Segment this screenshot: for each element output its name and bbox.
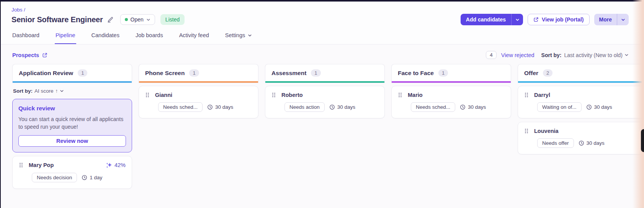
drag-handle-icon[interactable]	[19, 162, 23, 168]
column-sort-dropdown[interactable]: Sort by: AI score ↑	[12, 86, 132, 95]
candidate-status-badge[interactable]: Needs decision	[32, 173, 77, 182]
tab-candidates[interactable]: Candidates	[91, 30, 120, 44]
pipeline-column-count-badge: 1	[189, 69, 199, 77]
time-in-stage-value: 30 days	[337, 104, 355, 110]
view-job-portal-button[interactable]: View job (Portal)	[528, 14, 589, 25]
candidate-status-badge[interactable]: Needs sched...	[158, 102, 203, 112]
tab-settings[interactable]: Settings	[224, 30, 253, 44]
board-sort-dropdown[interactable]: Sort by: Last activity (New to old)	[541, 52, 629, 58]
pipeline-column-header[interactable]: Face to Face 1	[391, 64, 511, 83]
tab-activity-feed[interactable]: Activity feed	[178, 30, 210, 44]
time-in-stage-value: 30 days	[468, 104, 486, 110]
quick-review-body: You can start a quick review of all appl…	[18, 115, 126, 131]
candidate-name: Roberto	[281, 92, 303, 98]
chevron-down-icon	[60, 89, 64, 93]
candidate-card[interactable]: Roberto Needs action	[265, 86, 385, 118]
breadcrumb[interactable]: Jobs /	[11, 5, 629, 13]
pipeline-column-title: Offer	[524, 70, 538, 77]
more-chevron-down-icon[interactable]	[617, 18, 629, 22]
prospects-link[interactable]: Prospects	[12, 52, 47, 58]
pipeline-column-title: Assessment	[271, 70, 306, 77]
sort-direction-arrow: ↑	[56, 88, 58, 94]
pipeline-column-title: Phone Screen	[145, 70, 185, 77]
pipeline-column-accent-bar	[13, 81, 132, 83]
job-tabs: Dashboard Pipeline Candidates Job boards…	[11, 30, 629, 44]
pipeline-column: Assessment 1 Roberto	[265, 64, 385, 118]
pipeline-column: Phone Screen 1 Gianni	[139, 64, 258, 118]
clock-icon	[579, 140, 584, 146]
pipeline-column-header[interactable]: Phone Screen 1	[139, 64, 258, 83]
time-in-stage-value: 30 days	[215, 104, 233, 110]
pipeline-column: Application Review 1 Sort by: AI score ↑…	[12, 64, 132, 189]
job-status-dropdown[interactable]: Open	[120, 14, 155, 25]
candidate-name: Mario	[408, 92, 423, 98]
add-candidates-button[interactable]: Add candidates	[461, 14, 523, 25]
view-job-portal-label: View job (Portal)	[542, 16, 584, 23]
candidate-status-badge[interactable]: Waiting on of...	[537, 102, 582, 112]
external-link-icon	[42, 52, 47, 58]
clock-icon	[82, 175, 87, 180]
view-rejected-link[interactable]: View rejected	[501, 52, 534, 58]
quick-review-promo-card: Quick review You can start a quick revie…	[12, 99, 132, 152]
pipeline-column-accent-bar	[139, 81, 258, 83]
candidate-card[interactable]: Louvenia Needs offer	[518, 122, 644, 154]
candidate-status-badge[interactable]: Needs offer	[537, 138, 574, 148]
candidate-status-badge[interactable]: Needs action	[284, 102, 325, 112]
drag-handle-icon[interactable]	[524, 128, 529, 134]
drag-handle-icon[interactable]	[271, 92, 276, 98]
pipeline-column-title: Application Review	[19, 70, 73, 77]
candidate-card[interactable]: Mario Needs sched...	[391, 86, 511, 118]
drag-handle-icon[interactable]	[524, 92, 529, 98]
time-in-stage-value: 1 day	[90, 175, 102, 180]
pipeline-column-header[interactable]: Application Review 1	[12, 64, 132, 83]
tab-dashboard[interactable]: Dashboard	[11, 30, 40, 44]
edit-pencil-icon[interactable]	[107, 16, 113, 23]
chevron-down-icon	[146, 18, 150, 22]
pipeline-column: Face to Face 1 Mario	[391, 64, 511, 118]
time-in-stage: 30 days	[586, 104, 612, 110]
drag-handle-icon[interactable]	[398, 92, 402, 98]
review-now-button[interactable]: Review now	[18, 135, 126, 147]
external-link-icon	[533, 17, 539, 22]
ai-score: 42%	[106, 162, 126, 169]
job-pipeline-page: Jobs / Senior Software Engineer Open Lis…	[1, 2, 644, 208]
pipeline-column-count-badge: 2	[543, 69, 552, 77]
pipeline-column-accent-bar	[265, 81, 384, 83]
pipeline-column-header[interactable]: Offer 2	[518, 64, 644, 83]
more-label: More	[594, 16, 617, 23]
open-status-dot-icon	[125, 18, 128, 21]
time-in-stage: 30 days	[207, 104, 233, 110]
window-left-edge	[0, 0, 1, 208]
add-candidates-label: Add candidates	[461, 16, 511, 23]
rejected-count-badge: 4	[486, 51, 497, 59]
job-header: Jobs / Senior Software Engineer Open Lis…	[1, 2, 644, 44]
candidate-status-badge[interactable]: Needs sched...	[411, 102, 455, 112]
chevron-down-icon	[624, 53, 629, 57]
clock-icon	[586, 104, 592, 110]
prospects-label: Prospects	[12, 52, 39, 58]
tab-pipeline[interactable]: Pipeline	[55, 30, 76, 44]
time-in-stage: 30 days	[579, 140, 605, 146]
pipeline-column-body: Gianni Needs sched...	[139, 86, 258, 118]
pipeline-column-accent-bar	[518, 81, 644, 83]
clock-icon	[460, 104, 466, 110]
listed-badge: Listed	[160, 14, 185, 25]
candidate-name: Darryl	[534, 92, 550, 98]
candidate-card[interactable]: Gianni Needs sched...	[139, 86, 258, 118]
drag-handle-icon[interactable]	[145, 92, 150, 98]
tab-settings-label: Settings	[225, 32, 245, 38]
pipeline-column-body: Sort by: AI score ↑ Quick review You can…	[12, 86, 132, 189]
pipeline-column-header[interactable]: Assessment 1	[265, 64, 385, 83]
ai-sparkles-icon	[106, 162, 112, 169]
pipeline-toolbar: Prospects 4 View rejected Sort by: Last …	[1, 44, 644, 64]
tab-job-boards[interactable]: Job boards	[135, 30, 164, 44]
pipeline-board: Application Review 1 Sort by: AI score ↑…	[1, 64, 644, 208]
pipeline-column-title: Face to Face	[398, 70, 434, 77]
candidate-card[interactable]: Darryl Waiting on of...	[518, 86, 644, 118]
more-button[interactable]: More	[594, 14, 629, 25]
add-candidates-chevron-down-icon[interactable]	[512, 18, 523, 22]
candidate-name: Gianni	[155, 92, 172, 98]
pipeline-column-count-badge: 1	[438, 69, 448, 77]
candidate-card[interactable]: Mary Pop 42% Needs decision	[12, 156, 132, 189]
sort-label: Sort by:	[541, 52, 562, 58]
